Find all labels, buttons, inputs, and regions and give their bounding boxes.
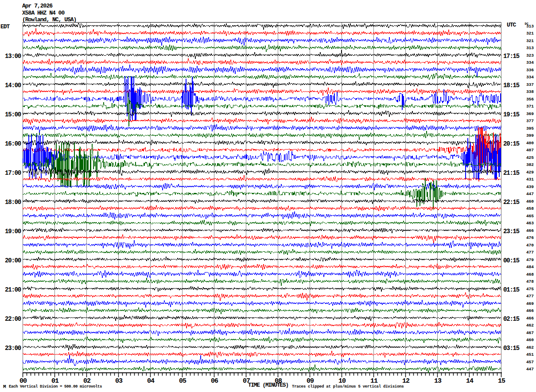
svg-text:431: 431 [526, 177, 534, 182]
svg-text:407: 407 [526, 148, 534, 153]
svg-text:Apr 7,2026: Apr 7,2026 [22, 3, 53, 9]
svg-text:466: 466 [526, 308, 534, 313]
svg-text:477: 477 [526, 250, 534, 255]
svg-text:14: 14 [466, 377, 474, 385]
svg-text:01:15: 01:15 [503, 286, 520, 293]
svg-text:Each Vertical Division = 500.: Each Vertical Division = 500.00 microvol… [9, 384, 102, 389]
svg-text:337: 337 [526, 82, 534, 87]
svg-text:13: 13 [434, 377, 442, 385]
svg-text:460: 460 [526, 199, 534, 204]
svg-text:13:00: 13:00 [5, 53, 21, 60]
svg-text:02: 02 [83, 377, 91, 385]
svg-text:462: 462 [526, 323, 534, 328]
svg-text:469: 469 [526, 301, 534, 306]
svg-text:Traces clipped at plus/minus 5: Traces clipped at plus/minus 5 vertical … [292, 384, 404, 389]
svg-text:03:15: 03:15 [503, 345, 520, 352]
svg-text:463: 463 [526, 221, 534, 226]
svg-text:(Rowland, NC, USA): (Rowland, NC, USA) [22, 16, 76, 23]
svg-text:22:15: 22:15 [503, 199, 520, 206]
svg-text:447: 447 [526, 367, 534, 372]
svg-text:470: 470 [526, 243, 534, 248]
svg-text:395: 395 [526, 126, 534, 131]
svg-text:19:00: 19:00 [5, 228, 21, 235]
svg-text:466: 466 [526, 228, 534, 233]
svg-text:17:00: 17:00 [5, 169, 21, 177]
svg-text:334: 334 [526, 60, 534, 65]
svg-text:476: 476 [526, 235, 534, 240]
svg-text:429: 429 [526, 170, 534, 175]
svg-text:16:00: 16:00 [5, 140, 21, 147]
svg-text:466: 466 [526, 316, 534, 321]
svg-text:EDT: EDT [0, 23, 10, 30]
svg-text:23:15: 23:15 [503, 228, 520, 235]
svg-text:425: 425 [526, 155, 534, 160]
svg-text:20:00: 20:00 [5, 257, 21, 264]
svg-text:399: 399 [526, 133, 534, 138]
svg-text:11: 11 [370, 377, 378, 385]
svg-text:323: 323 [526, 53, 534, 58]
svg-text:377: 377 [526, 119, 534, 123]
svg-text:M: M [3, 384, 6, 389]
svg-text:UTC: UTC [507, 22, 517, 28]
svg-text:05: 05 [179, 377, 186, 385]
svg-text:467: 467 [526, 331, 534, 335]
svg-text:04: 04 [147, 377, 155, 385]
svg-text:21:00: 21:00 [5, 286, 21, 293]
svg-text:334: 334 [526, 75, 534, 80]
svg-text:01: 01 [51, 377, 59, 385]
svg-text:21:15: 21:15 [503, 169, 520, 177]
svg-text:20:15: 20:15 [503, 140, 520, 147]
svg-text:19:15: 19:15 [503, 111, 520, 118]
svg-text:14:00: 14:00 [5, 82, 21, 89]
svg-text:439: 439 [526, 184, 534, 189]
svg-text:18:15: 18:15 [503, 82, 520, 89]
svg-text:313: 313 [526, 46, 534, 50]
svg-text:369: 369 [526, 111, 534, 116]
svg-text:475: 475 [526, 287, 534, 292]
svg-text:15:00: 15:00 [5, 111, 21, 118]
svg-text:X58A HHZ N4 00: X58A HHZ N4 00 [22, 10, 65, 16]
svg-text:447: 447 [526, 192, 534, 196]
svg-text:457: 457 [526, 360, 534, 365]
svg-text:468: 468 [526, 272, 534, 277]
svg-text:462: 462 [526, 345, 534, 350]
svg-text:382: 382 [526, 162, 534, 167]
svg-text:18:00: 18:00 [5, 199, 21, 206]
svg-text:356: 356 [526, 97, 534, 102]
svg-text:484: 484 [526, 265, 534, 269]
svg-text:00: 00 [19, 377, 27, 385]
svg-text:371: 371 [526, 104, 534, 109]
svg-text:12: 12 [402, 377, 410, 385]
svg-text:451: 451 [526, 352, 534, 357]
svg-text:TIME (MINUTES): TIME (MINUTES) [248, 382, 288, 388]
svg-text:458: 458 [526, 206, 534, 211]
svg-text:00:15: 00:15 [503, 257, 520, 264]
svg-text:460: 460 [526, 338, 534, 342]
svg-text:03: 03 [115, 377, 123, 385]
svg-text:321: 321 [526, 31, 534, 36]
svg-text:06: 06 [211, 377, 218, 385]
svg-text:23:00: 23:00 [5, 345, 21, 352]
svg-text:22:00: 22:00 [5, 315, 21, 323]
svg-text:02:15: 02:15 [503, 315, 520, 323]
svg-text:400: 400 [526, 141, 534, 146]
svg-text:465: 465 [526, 214, 534, 219]
svg-text:DC: DC [525, 22, 528, 26]
svg-text:321: 321 [526, 38, 534, 43]
svg-text:338: 338 [526, 89, 534, 94]
svg-text:479: 479 [526, 257, 534, 262]
svg-text:10: 10 [338, 377, 346, 385]
svg-text:17:15: 17:15 [503, 53, 520, 60]
svg-text:478: 478 [526, 279, 534, 284]
svg-text:477: 477 [526, 294, 534, 299]
svg-text:15: 15 [498, 377, 505, 385]
svg-text:09: 09 [307, 377, 314, 385]
svg-text:336: 336 [526, 68, 534, 73]
